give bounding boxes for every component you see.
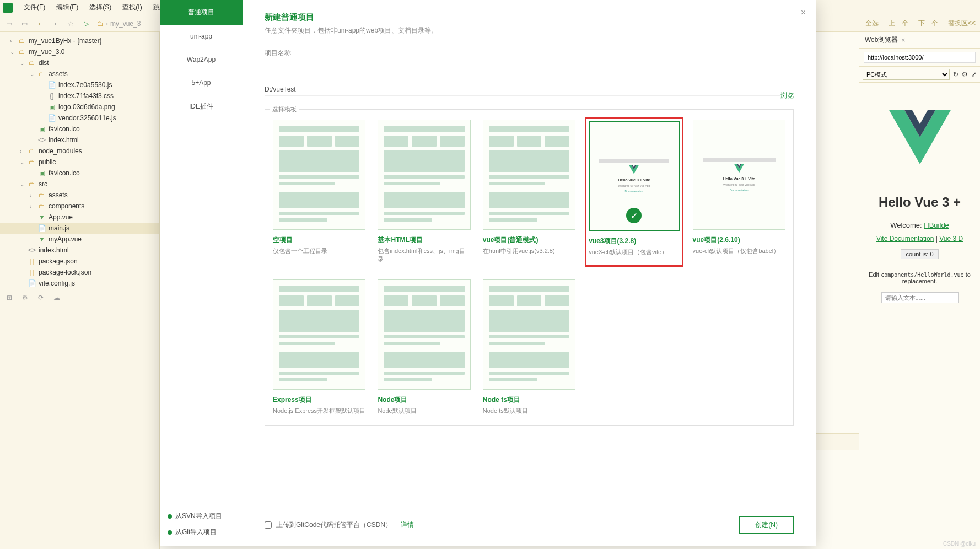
tree-src[interactable]: ⌄🗀src — [0, 179, 159, 190]
toolbar-replace[interactable]: 替换区<< — [948, 19, 976, 28]
menu-find[interactable]: 查找(I) — [117, 3, 147, 12]
back-icon[interactable]: ‹ — [35, 19, 44, 28]
file-tree: ›🗀my_vue1ByHx - {master} ⌄🗀my_vue_3.0 ⌄🗀… — [0, 32, 160, 549]
star-icon[interactable]: ☆ — [66, 19, 75, 28]
dlg-tab-normal[interactable]: 普通项目 — [160, 0, 243, 25]
browser-tab[interactable]: Web浏览器 × — [859, 32, 980, 49]
vue-logo-icon — [881, 110, 959, 176]
browser-panel: Web浏览器 × PC模式 ↻ ⚙ ⤢ Hello Vue 3 + Welcom… — [859, 32, 980, 549]
tree-label: myApp.vue — [49, 235, 82, 243]
gear-icon[interactable]: ⚙ — [962, 71, 968, 78]
footer-icon-3[interactable]: ⟳ — [38, 294, 44, 302]
footer-icon-1[interactable]: ⊞ — [7, 294, 12, 302]
tree-logopng[interactable]: ▣logo.03d6d6da.png — [0, 101, 159, 112]
template-item-0[interactable]: 空项目仅包含一个工程目录 — [273, 120, 365, 264]
tree-label: package-lock.json — [39, 268, 91, 276]
new-file-icon[interactable]: ▭ — [4, 19, 13, 28]
tree-indexjs[interactable]: 📄index.7e0a5530.js — [0, 79, 159, 90]
tree-indexcss[interactable]: {}index.71fa43f3.css — [0, 90, 159, 101]
tree-packagelock[interactable]: []package-lock.json — [0, 267, 159, 278]
watermark: CSDN @ciku — [943, 541, 976, 547]
tree-label: index.html — [39, 246, 69, 254]
tree-appvue[interactable]: ▼App.vue — [0, 212, 159, 223]
template-item-7[interactable]: Node ts项目Node ts默认项目 — [483, 279, 575, 415]
edit-suffix: to — [964, 271, 971, 278]
upload-label: 上传到GitCode代码托管平台（CSDN） — [276, 520, 392, 530]
tree-indexhtml2[interactable]: <>index.html — [0, 245, 159, 256]
detail-link[interactable]: 详情 — [401, 520, 414, 530]
mode-select[interactable]: PC模式 — [863, 69, 950, 80]
tree-dist[interactable]: ⌄🗀dist — [0, 57, 159, 68]
template-preview — [483, 120, 575, 230]
template-desc: Node ts默认项目 — [483, 407, 575, 415]
toolbar-next[interactable]: 下一个 — [918, 19, 938, 28]
dialog-close-icon[interactable]: × — [801, 8, 806, 18]
browser-content: Hello Vue 3 + Welcome: HBuilde Vite Docu… — [859, 83, 980, 549]
tree-components[interactable]: ›🗀components — [0, 201, 159, 212]
dialog-main: 新建普通项目 任意文件夹项目，包括非uni-app的web项目、文档目录等。 项… — [243, 0, 816, 546]
tree-myappvue[interactable]: ▼myApp.vue — [0, 234, 159, 245]
vite-doc-link[interactable]: Vite Documentation — [876, 235, 934, 243]
tree-label: main.js — [49, 224, 69, 232]
tree-favicon[interactable]: ▣favicon.ico — [0, 123, 159, 134]
welcome-link[interactable]: HBuilde — [924, 221, 949, 229]
tree-public[interactable]: ⌄🗀public — [0, 157, 159, 168]
dlg-tab-uniapp[interactable]: uni-app — [160, 25, 243, 48]
tree-label: index.html — [49, 136, 79, 144]
refresh-icon[interactable]: ↻ — [953, 71, 959, 78]
template-item-4[interactable]: Hello Vue 3 + ViteWelcome to Your Vue Ap… — [693, 120, 785, 264]
create-button[interactable]: 创建(N) — [739, 516, 794, 534]
tree-label: assets — [49, 70, 68, 78]
upload-checkbox[interactable] — [265, 521, 272, 529]
tree-favicon2[interactable]: ▣favicon.ico — [0, 168, 159, 179]
count-button[interactable]: count is: 0 — [901, 249, 938, 259]
save-icon[interactable]: ▭ — [20, 19, 29, 28]
project-name-input[interactable] — [265, 61, 794, 74]
text-input[interactable] — [881, 292, 959, 303]
dlg-tab-5plus[interactable]: 5+App — [160, 71, 243, 94]
toolbar-prev[interactable]: 上一个 — [889, 19, 908, 28]
tree-assets[interactable]: ⌄🗀assets — [0, 68, 159, 79]
import-git[interactable]: 从Git导入项目 — [168, 524, 235, 540]
tree-indexhtml[interactable]: <>index.html — [0, 134, 159, 146]
dlg-tab-ideplugin[interactable]: IDE插件 — [160, 94, 243, 119]
welcome-text: Welcome: HBuilde — [865, 221, 974, 229]
url-input[interactable] — [864, 52, 976, 63]
close-icon[interactable]: × — [901, 36, 905, 44]
tree-packagejson[interactable]: []package.json — [0, 256, 159, 267]
tree-project-2[interactable]: ⌄🗀my_vue_3.0 — [0, 46, 159, 57]
tree-assets2[interactable]: ›🗀assets — [0, 190, 159, 201]
template-desc: Node.js Express开发框架默认项目 — [273, 407, 365, 415]
forward-icon[interactable]: › — [51, 19, 60, 28]
template-desc: 包含index.html和css、js、img目录 — [378, 247, 470, 264]
breadcrumb: 🗀 › my_vue_3 — [97, 20, 141, 28]
tree-node-modules[interactable]: ›🗀node_modules — [0, 146, 159, 157]
vue-doc-link[interactable]: Vue 3 D — [939, 235, 963, 243]
tree-viteconfig[interactable]: 📄vite.config.js — [0, 278, 159, 289]
template-name: vue3项目(3.2.8) — [589, 236, 679, 246]
toolbar-all[interactable]: 全选 — [865, 19, 879, 28]
template-item-1[interactable]: 基本HTML项目包含index.html和css、js、img目录 — [378, 120, 470, 264]
run-icon[interactable]: ▷ — [82, 19, 90, 28]
import-svn[interactable]: 从SVN导入项目 — [168, 508, 235, 524]
menu-file[interactable]: 文件(F) — [18, 3, 51, 12]
tree-mainjs[interactable]: 📄main.js — [0, 223, 159, 234]
external-icon[interactable]: ⤢ — [971, 71, 977, 78]
menu-select[interactable]: 选择(S) — [84, 3, 117, 12]
footer-icon-2[interactable]: ⚙ — [22, 294, 28, 302]
template-item-6[interactable]: Node项目Node默认项目 — [378, 279, 470, 415]
dlg-tab-wap2app[interactable]: Wap2App — [160, 48, 243, 71]
template-item-2[interactable]: vue项目(普通模式)在html中引用vue.js(v3.2.8) — [483, 120, 575, 264]
tree-label: my_vue_3.0 — [29, 48, 64, 56]
tree-label: my_vue1ByHx - {master} — [29, 37, 102, 45]
menu-edit[interactable]: 编辑(E) — [51, 3, 84, 12]
template-desc: vue3-cli默认项目（包含vite） — [589, 248, 679, 256]
template-name: 空项目 — [273, 235, 365, 245]
tree-project-1[interactable]: ›🗀my_vue1ByHx - {master} — [0, 35, 159, 46]
template-item-3[interactable]: Hello Vue 3 + ViteWelcome to Your Vue Ap… — [588, 120, 680, 264]
footer-icon-4[interactable]: ☁ — [53, 294, 60, 302]
tree-vendorjs[interactable]: 📄vendor.3256011e.js — [0, 112, 159, 123]
template-item-5[interactable]: Express项目Node.js Express开发框架默认项目 — [273, 279, 365, 415]
browse-button[interactable]: 浏览 — [780, 91, 794, 100]
breadcrumb-file[interactable]: my_vue_3 — [110, 20, 141, 28]
